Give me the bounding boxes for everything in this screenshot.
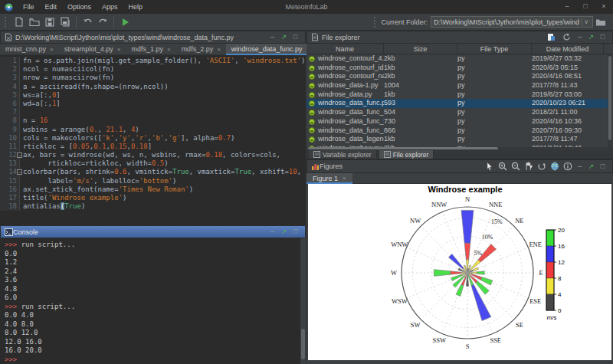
svg-text:E: E — [539, 269, 543, 277]
current-folder-combobox[interactable]: D:\Working\MIScript\Jython\mis\plot_type… — [431, 16, 593, 28]
svg-text:Windrose example: Windrose example — [428, 185, 502, 194]
new-window-icon[interactable] — [544, 31, 558, 44]
column-header-date-modified[interactable]: Date Modified — [532, 44, 604, 54]
menu-item-options[interactable]: Options — [62, 3, 97, 11]
table-row[interactable]: windrose_data_func.py593py2020/10/23 06:… — [306, 99, 608, 108]
line-number: 17 — [0, 194, 20, 202]
column-header-file-type[interactable]: File Type — [457, 44, 532, 54]
fold-marker-icon[interactable]: − — [17, 169, 22, 175]
file-explorer-tab-icon — [384, 151, 391, 158]
editor-tab[interactable]: mnist_cnn.py× — [0, 44, 59, 54]
minimize-button[interactable]: – — [558, 0, 576, 14]
svg-text:W: W — [391, 269, 397, 277]
file-table-vscrollbar[interactable] — [608, 54, 612, 147]
console-output[interactable]: >>> run script...0.01.22.43.64.86.0>>> r… — [0, 238, 306, 364]
menu-item-edit[interactable]: Edit — [40, 3, 63, 11]
code-text: n = 16 — [20, 116, 48, 125]
editor-tab[interactable]: streamplot_4.py× — [59, 44, 126, 54]
close-button[interactable]: × — [595, 0, 613, 14]
panel-float-icon[interactable]: ↗ — [585, 161, 597, 172]
column-header-size[interactable]: Size — [384, 44, 457, 54]
maximize-button[interactable]: □ — [576, 0, 595, 14]
figure-tab[interactable]: Figure 1 × — [306, 173, 352, 183]
code-text: ws=a[:,0] — [20, 91, 61, 100]
menu-item-help[interactable]: Help — [123, 3, 149, 11]
panel-maximize-button[interactable]: □ — [597, 31, 608, 43]
table-row[interactable]: windrose_contourf_na...2kbpy2020/4/16 08… — [306, 72, 608, 81]
table-row[interactable]: windrose_data_func_b...730py2020/4/16 10… — [306, 117, 608, 126]
chevron-down-icon[interactable]: ∨ — [582, 18, 590, 25]
table-row[interactable]: windrose_data-1.py1004py2017/7/8 11:43 — [306, 81, 608, 90]
column-header-name[interactable]: Name — [306, 44, 384, 54]
panel-maximize-button[interactable]: □ — [290, 226, 301, 238]
console-line: >>> run script... — [5, 303, 306, 312]
globe-icon[interactable] — [549, 160, 560, 172]
browse-folder-icon[interactable] — [594, 16, 608, 28]
editor-tab-bar: mnist_cnn.py×streamplot_4.py×mdfs_1.py×m… — [0, 44, 306, 55]
table-row[interactable]: windrose_contourf_4.py2kbpy2019/6/27 03:… — [306, 54, 608, 64]
editor-tab[interactable]: windrose_data_func.py× — [226, 44, 315, 54]
panel-float-icon[interactable]: ↗ — [278, 226, 290, 238]
panel-float-icon[interactable]: ↗ — [278, 31, 290, 43]
new-file-icon[interactable] — [12, 16, 26, 28]
console-scrollbar[interactable] — [300, 238, 306, 364]
python-file-icon — [309, 110, 315, 116]
editor-tab[interactable]: mdfs_2.py× — [176, 44, 226, 54]
save-icon[interactable] — [43, 16, 57, 28]
figure-tab-bar: Figure 1 × — [306, 173, 613, 184]
table-row[interactable]: windrose_data.py1kbpy2019/6/27 03:00 — [306, 90, 608, 100]
file-name-cell: windrose_contourf_na... — [306, 72, 384, 81]
menu-item-file[interactable]: File — [18, 3, 40, 11]
run-icon[interactable] — [118, 16, 132, 28]
tab-close-icon[interactable]: × — [167, 46, 171, 53]
code-editor[interactable]: 1fn = os.path.join(migl.get_sample_folde… — [0, 55, 306, 225]
table-row[interactable]: windrose_data_func_s...866py2020/7/16 09… — [306, 126, 608, 136]
file-type-cell: py — [457, 64, 532, 73]
figure-tab-close-icon[interactable]: × — [343, 175, 346, 182]
fold-marker-icon[interactable]: − — [17, 152, 22, 158]
rotate-icon[interactable] — [536, 160, 547, 172]
table-row[interactable]: windrose_contourf_id...1kbpy2020/6/3 05:… — [306, 64, 608, 73]
panel-maximize-button[interactable]: □ — [290, 31, 301, 43]
panel-minimize-button[interactable]: – — [267, 31, 278, 43]
svg-text:NNE: NNE — [489, 201, 502, 208]
info-icon[interactable] — [562, 160, 573, 172]
line-number: 5 — [0, 91, 20, 100]
tab-close-icon[interactable]: × — [50, 46, 54, 53]
bottom-tab-variable-explorer[interactable]: Variable explorer — [308, 149, 377, 159]
file-type-cell: py — [457, 117, 532, 126]
refresh-icon[interactable] — [559, 31, 573, 44]
panel-minimize-button[interactable]: – — [574, 31, 585, 43]
table-row[interactable]: windrose_data_func_1...504py2018/2/1 11:… — [306, 108, 608, 117]
tab-close-icon[interactable]: × — [117, 46, 121, 53]
pan-hand-icon[interactable] — [523, 160, 534, 172]
save-all-icon[interactable] — [58, 16, 72, 28]
editor-tab[interactable]: mdfs_1.py× — [126, 44, 175, 54]
menu-bar: FileEditOptionsAppsHelp — [18, 3, 148, 11]
file-date-cell: 2018/2/1 11:00 — [532, 108, 604, 117]
file-size-cell: 1kb — [384, 64, 457, 73]
file-icon — [311, 33, 319, 41]
undo-icon[interactable] — [80, 16, 94, 28]
file-size-cell: 593 — [384, 99, 457, 108]
panel-maximize-button[interactable]: □ — [597, 161, 608, 172]
tab-close-icon[interactable]: × — [217, 46, 221, 53]
line-number: 9 — [0, 126, 20, 134]
panel-minimize-button[interactable]: – — [267, 226, 278, 238]
current-folder-value: D:\Working\MIScript\Jython\mis\plot_type… — [434, 18, 582, 26]
panel-minimize-button[interactable]: – — [574, 161, 585, 172]
terminal-icon — [5, 228, 13, 236]
zoom-out-icon[interactable] — [510, 160, 521, 172]
panel-float-icon[interactable]: ↗ — [585, 31, 597, 43]
file-size-cell: 1kb — [384, 90, 457, 100]
table-row[interactable]: windrose_data_legend...1kbpy2017/7/8 11:… — [306, 135, 608, 144]
line-number: 6 — [0, 100, 20, 108]
pointer-icon[interactable] — [484, 160, 495, 172]
zoom-in-icon[interactable] — [497, 160, 508, 172]
bottom-tab-file-explorer[interactable]: File explorer — [379, 149, 434, 159]
redo-icon[interactable] — [96, 16, 110, 28]
menu-item-apps[interactable]: Apps — [97, 3, 123, 11]
file-type-cell: py — [457, 72, 532, 81]
file-date-cell: 2019/6/27 03:00 — [532, 90, 604, 100]
open-folder-icon[interactable] — [28, 16, 41, 28]
